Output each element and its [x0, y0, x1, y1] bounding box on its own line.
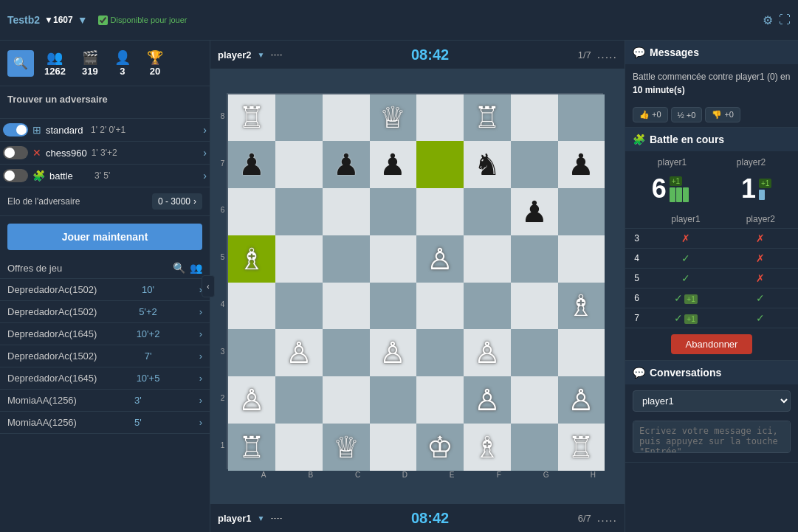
chess-square[interactable]: ♟: [228, 141, 275, 188]
conversation-player-select[interactable]: player1: [633, 390, 791, 412]
chess-square[interactable]: ♙: [275, 329, 323, 376]
chess-square[interactable]: [228, 283, 275, 330]
stat-videos[interactable]: 🎬 319: [76, 46, 104, 80]
stat-games[interactable]: 👥 1262: [38, 46, 72, 80]
chess960-arrow[interactable]: ›: [203, 147, 207, 159]
chess-square[interactable]: [464, 235, 511, 283]
chess-square[interactable]: [511, 329, 558, 376]
chess-square[interactable]: ♗: [464, 424, 511, 471]
battle-arrow[interactable]: ›: [203, 170, 207, 182]
chess-square[interactable]: ♙: [558, 376, 605, 424]
chess-square[interactable]: [511, 141, 558, 188]
chess-square[interactable]: [228, 188, 275, 235]
chess-square[interactable]: [275, 141, 323, 188]
offers-search-icon[interactable]: 🔍: [173, 262, 185, 274]
chess-square[interactable]: [416, 329, 464, 376]
chess-square[interactable]: ♔: [416, 424, 464, 471]
offers-people-icon[interactable]: 👥: [190, 262, 202, 274]
search-button[interactable]: 🔍: [7, 50, 34, 77]
chess-square[interactable]: [275, 376, 323, 424]
offer-row[interactable]: DepredadorAc(1502)10'›: [0, 279, 210, 301]
chess-square[interactable]: [370, 283, 417, 330]
top-menu-dots[interactable]: .....: [597, 48, 617, 61]
chess-square[interactable]: ♖: [464, 94, 511, 142]
chess-square[interactable]: [370, 376, 417, 424]
offer-row[interactable]: DepredadorAc(1645)10'+2›: [0, 323, 210, 345]
chess-square[interactable]: [275, 283, 323, 330]
chess-square[interactable]: [511, 424, 558, 471]
chess-square[interactable]: ♖: [228, 94, 275, 142]
chess-square[interactable]: ♟: [511, 188, 558, 235]
chess-square[interactable]: [416, 188, 464, 235]
thumbdown-button[interactable]: 👎 +0: [705, 107, 740, 122]
dropdown-icon[interactable]: ▼: [78, 14, 88, 26]
chess-square[interactable]: ♙: [464, 376, 511, 424]
chess-square[interactable]: [370, 188, 417, 235]
battle-toggle[interactable]: [3, 169, 28, 182]
chess-square[interactable]: [558, 329, 605, 376]
standard-toggle[interactable]: [3, 123, 28, 137]
chess-square[interactable]: ♕: [370, 94, 417, 142]
available-checkbox[interactable]: [98, 15, 108, 25]
expand-icon[interactable]: ⛶: [779, 13, 791, 27]
chess-square[interactable]: [323, 235, 370, 283]
chess-square[interactable]: [558, 188, 605, 235]
chess-square[interactable]: [558, 94, 605, 142]
chess-square[interactable]: [275, 94, 323, 142]
chess-square[interactable]: [511, 283, 558, 330]
chess-square[interactable]: [416, 141, 464, 188]
chess-square[interactable]: [275, 235, 323, 283]
chess-square[interactable]: ♕: [323, 424, 370, 471]
chess-square[interactable]: [416, 283, 464, 330]
bottom-menu-dots[interactable]: .....: [597, 511, 617, 525]
stat-trophies[interactable]: 🏆 20: [141, 46, 169, 80]
chess-square[interactable]: ♙: [464, 329, 511, 376]
play-button[interactable]: Jouer maintenant: [7, 224, 202, 250]
chess-square[interactable]: ♟: [370, 141, 417, 188]
chess-square[interactable]: ♙: [228, 376, 275, 424]
available-badge[interactable]: Disponible pour jouer: [98, 15, 188, 25]
chess960-toggle[interactable]: [3, 146, 28, 159]
chess-square[interactable]: [370, 235, 417, 283]
chess-square[interactable]: ♞: [464, 141, 511, 188]
chess-square[interactable]: [511, 376, 558, 424]
chess-square[interactable]: [323, 376, 370, 424]
abandon-button[interactable]: Abandonner: [671, 334, 753, 354]
chess-square[interactable]: [416, 94, 464, 142]
chess-square[interactable]: [275, 424, 323, 471]
chess-square[interactable]: [323, 329, 370, 376]
chess-square[interactable]: ♖: [558, 424, 605, 471]
chess-square[interactable]: ♗: [228, 235, 275, 283]
offer-row[interactable]: MomiaAA(1256)5'›: [0, 412, 210, 434]
standard-arrow[interactable]: ›: [203, 124, 207, 136]
chess-square[interactable]: [416, 376, 464, 424]
chess-square[interactable]: ♟: [558, 141, 605, 188]
chess-square[interactable]: [275, 188, 323, 235]
chess-square[interactable]: [464, 283, 511, 330]
chess-square[interactable]: ♙: [416, 235, 464, 283]
chess-square[interactable]: [370, 424, 417, 471]
half-button[interactable]: ½ +0: [671, 107, 703, 122]
offer-row[interactable]: DepredadorAc(1502)5'+2›: [0, 301, 210, 323]
chess-square[interactable]: ♗: [558, 283, 605, 330]
chess-square[interactable]: ♖: [228, 424, 275, 471]
thumbup-button[interactable]: 👍 +0: [633, 107, 668, 122]
chess-square[interactable]: [511, 235, 558, 283]
gear-icon[interactable]: ⚙: [763, 13, 773, 27]
offer-row[interactable]: MomiaAA(1256)3'›: [0, 390, 210, 412]
user-info[interactable]: Testb2 ▼1607 ▼: [7, 14, 88, 26]
stat-friends[interactable]: 👤 3: [109, 46, 137, 80]
conversation-input[interactable]: [633, 421, 791, 453]
chess-square[interactable]: [228, 329, 275, 376]
collapse-button[interactable]: ‹: [202, 275, 215, 297]
chess-square[interactable]: [323, 94, 370, 142]
offer-row[interactable]: DepredadorAc(1502)7'›: [0, 345, 210, 367]
chess-square[interactable]: [323, 188, 370, 235]
chess-square[interactable]: [464, 188, 511, 235]
chess-board[interactable]: ♖♕♖♟♟♟♞♟♟♗♙♗♙♙♙♙♙♙♖♕♔♗♖: [227, 93, 603, 469]
chess-square[interactable]: [558, 235, 605, 283]
chess-square[interactable]: [323, 283, 370, 330]
chess-square[interactable]: [511, 94, 558, 142]
offer-row[interactable]: DepredadorAc(1645)10'+5›: [0, 367, 210, 390]
chess-square[interactable]: ♟: [323, 141, 370, 188]
